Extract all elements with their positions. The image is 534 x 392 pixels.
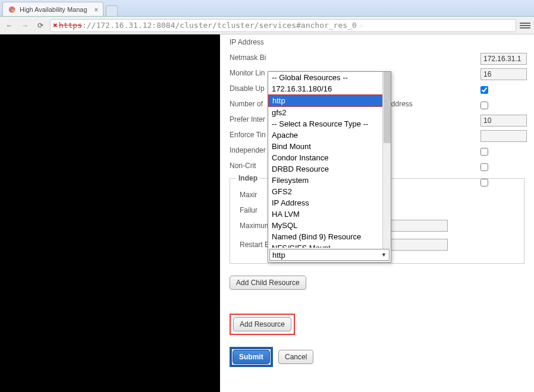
right-value-column — [480, 34, 534, 190]
dropdown-option[interactable]: IP Address — [268, 197, 391, 208]
back-button[interactable]: ← — [4, 20, 15, 31]
browser-tab[interactable]: High Availability Manag × — [2, 2, 103, 16]
dropdown-option[interactable]: NFS/CIFS Mount — [268, 242, 391, 248]
dropdown-option[interactable]: MySQL — [268, 220, 391, 231]
dropdown-option[interactable]: http — [268, 94, 391, 107]
disable-updates-checkbox[interactable] — [480, 102, 488, 109]
favicon-icon — [8, 5, 16, 14]
prefer-interface-input[interactable] — [480, 130, 527, 142]
dropdown-combo-value: http — [272, 251, 285, 260]
svg-point-0 — [9, 6, 15, 12]
url-bar[interactable]: ✖ https ://172.16.31.12:8084/cluster/tcl… — [50, 19, 516, 32]
netmask-label: Netmask Bi — [230, 53, 348, 62]
dropdown-option[interactable]: -- Select a Resource Type -- — [268, 118, 391, 129]
monitor-link-checkbox[interactable] — [480, 86, 488, 94]
add-resource-button[interactable]: Add Resource — [233, 317, 291, 331]
url-path: ://172.16.31.12:8084/cluster/tcluster/se… — [82, 21, 357, 30]
independent-checkbox[interactable] — [480, 163, 488, 171]
reload-button[interactable]: ⟳ — [34, 20, 46, 31]
netmask-input[interactable] — [480, 68, 527, 80]
add-child-resource-button[interactable]: Add Child Resource — [230, 276, 306, 290]
browser-tab-bar: High Availability Manag × — [0, 0, 534, 17]
submit-highlight: Submit — [230, 347, 273, 367]
ip-address-input[interactable] — [480, 53, 527, 65]
new-tab-button[interactable] — [106, 5, 118, 16]
dropdown-scroll-thumb[interactable] — [384, 72, 391, 143]
submit-button[interactable]: Submit — [233, 350, 270, 364]
page: IP Address Netmask Bi Monitor Lin Disabl… — [0, 34, 534, 392]
watermark: 51CTO.com 技术博客 Blog — [451, 363, 529, 387]
url-protocol-struck: https — [59, 21, 82, 30]
dropdown-option[interactable]: DRBD Resource — [268, 163, 391, 175]
dropdown-option[interactable]: Filesystem — [268, 175, 391, 186]
enforce-checkbox[interactable] — [480, 148, 488, 156]
bookmark-star-icon[interactable]: ☆ — [359, 21, 364, 30]
dropdown-option[interactable]: gfs2 — [268, 107, 391, 118]
add-resource-highlight: Add Resource — [230, 314, 295, 335]
dropdown-list[interactable]: -- Global Resources --172.16.31.180/16ht… — [268, 72, 391, 248]
dropdown-option[interactable]: Condor Instance — [268, 152, 391, 163]
dropdown-option[interactable]: Bind Mount — [268, 141, 391, 152]
browser-menu-icon[interactable] — [520, 20, 530, 31]
dropdown-combo[interactable]: http — [269, 249, 389, 261]
browser-toolbar: ← → ⟳ ✖ https ://172.16.31.12:8084/clust… — [0, 17, 534, 34]
dropdown-scrollbar[interactable] — [382, 72, 391, 249]
dropdown-option[interactable]: GFS2 — [268, 186, 391, 197]
watermark-logo: 51CTO.com — [451, 363, 529, 378]
dropdown-option[interactable]: HA LVM — [268, 208, 391, 220]
dropdown-option[interactable]: Apache — [268, 129, 391, 141]
cancel-button[interactable]: Cancel — [278, 350, 313, 364]
non-critical-checkbox[interactable] — [480, 179, 488, 186]
ip-address-label: IP Address — [230, 38, 348, 46]
svg-point-2 — [12, 10, 14, 12]
resource-type-dropdown[interactable]: -- Global Resources --172.16.31.180/16ht… — [268, 71, 391, 263]
tab-close-icon[interactable]: × — [95, 6, 98, 13]
tab-title: High Availability Manag — [20, 6, 87, 13]
dropdown-option[interactable]: 172.16.31.180/16 — [268, 83, 391, 94]
subtree-legend: Indep — [236, 174, 260, 182]
left-black-panel — [0, 34, 220, 392]
dropdown-option[interactable]: -- Global Resources -- — [268, 72, 391, 83]
dropdown-option[interactable]: Named (Bind 9) Resource — [268, 231, 391, 242]
watermark-subtitle: 技术博客 Blog — [451, 378, 529, 387]
forward-button: → — [19, 20, 31, 31]
ssl-warning-icon: ✖ — [53, 21, 58, 30]
svg-point-1 — [10, 7, 12, 10]
number-input[interactable] — [480, 115, 527, 127]
